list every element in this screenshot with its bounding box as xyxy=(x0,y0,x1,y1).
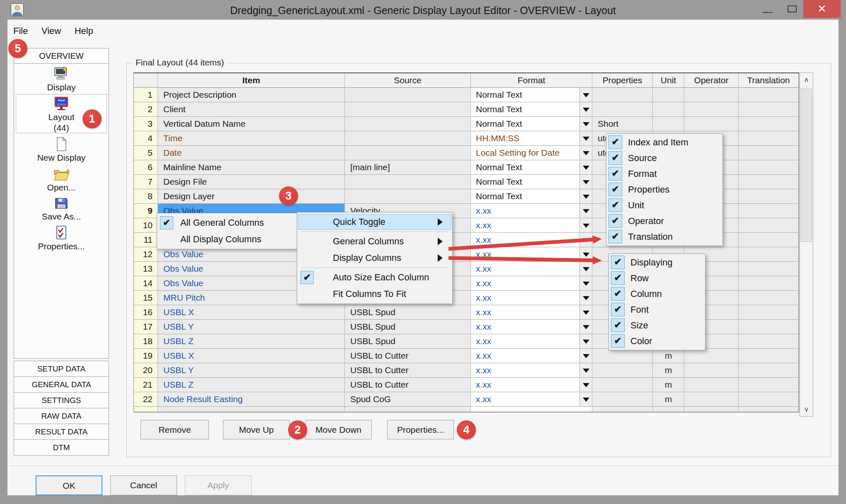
checked-checkbox[interactable]: ✔ xyxy=(611,334,625,348)
table-row[interactable]: 22Node Result EastingSpud CoGx.xxm xyxy=(134,392,799,407)
item-cell[interactable]: USBL Z xyxy=(158,378,345,392)
table-row[interactable]: 20USBL YUSBL to Cutterx.xxm xyxy=(134,363,799,378)
item-cell[interactable]: Project Description xyxy=(158,88,345,102)
sidebar-button-raw-data[interactable]: RAW DATA xyxy=(14,408,109,424)
translation-cell[interactable] xyxy=(739,262,799,276)
unit-cell[interactable] xyxy=(653,88,684,102)
item-cell[interactable]: USBL X xyxy=(158,305,345,320)
maximize-button[interactable] xyxy=(781,0,803,18)
format-cell[interactable]: x.xx xyxy=(471,363,592,378)
format-cell[interactable]: Normal Text xyxy=(471,189,592,204)
sidebar-item-properties[interactable]: Properties... xyxy=(15,225,108,251)
toggle-font[interactable]: ✔Font xyxy=(609,302,705,318)
translation-cell[interactable] xyxy=(739,363,799,378)
column-header-operator[interactable]: Operator xyxy=(684,73,739,88)
format-dropdown-button[interactable] xyxy=(579,204,592,218)
format-cell[interactable]: x.xx xyxy=(471,233,592,247)
toggle-operator[interactable]: ✔Operator xyxy=(606,213,722,229)
unit-cell[interactable] xyxy=(653,407,684,412)
sidebar-item-display[interactable]: Display xyxy=(15,66,108,92)
item-cell[interactable]: USBL Y xyxy=(158,320,345,334)
format-cell[interactable]: x.xx xyxy=(471,291,592,305)
checked-checkbox[interactable]: ✔ xyxy=(611,318,625,332)
format-dropdown-button[interactable] xyxy=(579,349,592,363)
translation-cell[interactable] xyxy=(739,349,799,363)
properties-cell[interactable] xyxy=(592,378,653,392)
properties-cell[interactable] xyxy=(592,363,653,378)
format-dropdown-button[interactable] xyxy=(579,117,592,131)
format-cell[interactable]: x.xx xyxy=(471,392,592,407)
format-dropdown-button[interactable] xyxy=(579,291,592,305)
format-dropdown-button[interactable] xyxy=(579,131,592,145)
sidebar-item-save-as[interactable]: Save As... xyxy=(15,196,108,222)
column-header-properties[interactable]: Properties xyxy=(592,73,653,88)
checked-checkbox[interactable]: ✔ xyxy=(608,167,622,181)
checked-checkbox[interactable]: ✔ xyxy=(611,287,625,301)
format-cell[interactable]: x.xx xyxy=(471,218,592,233)
format-cell[interactable]: x.xx xyxy=(471,276,592,291)
source-cell[interactable]: USBL to Cutter xyxy=(345,363,471,378)
menu-item-fit-columns-to-fit[interactable]: Fit Columns To Fit xyxy=(297,286,452,302)
operator-cell[interactable] xyxy=(684,392,739,407)
translation-cell[interactable] xyxy=(739,305,799,320)
operator-cell[interactable] xyxy=(684,102,739,117)
menu-item-auto-size-each-column[interactable]: ✔Auto Size Each Column xyxy=(297,269,452,286)
column-header-unit[interactable]: Unit xyxy=(653,73,684,88)
cancel-button[interactable]: Cancel xyxy=(110,475,177,495)
table-row[interactable]: 3Vertical Datum NameNormal TextShort xyxy=(134,117,799,131)
format-cell[interactable]: HH:MM:SS xyxy=(471,131,592,146)
item-cell[interactable]: Date xyxy=(158,146,345,160)
table-row[interactable]: 2ClientNormal Text xyxy=(134,102,799,117)
move-down-button[interactable]: Move Down xyxy=(305,420,372,439)
item-cell[interactable]: Time xyxy=(158,131,345,146)
source-cell[interactable]: USBL Spud xyxy=(345,305,471,320)
table-row[interactable]: 21USBL ZUSBL to Cutterx.xxm xyxy=(134,378,799,392)
checked-checkbox[interactable]: ✔ xyxy=(160,216,173,229)
format-cell[interactable]: x.xx xyxy=(471,334,592,349)
properties-cell[interactable] xyxy=(592,349,653,363)
table-row[interactable] xyxy=(134,407,799,412)
format-dropdown-button[interactable] xyxy=(579,218,592,232)
translation-cell[interactable] xyxy=(739,131,799,146)
checked-checkbox[interactable]: ✔ xyxy=(608,198,622,212)
toggle-format[interactable]: ✔Format xyxy=(606,166,722,182)
format-cell[interactable]: Normal Text xyxy=(471,160,592,175)
format-dropdown-button[interactable] xyxy=(579,392,592,406)
format-dropdown-button[interactable] xyxy=(579,247,592,261)
checked-checkbox[interactable]: ✔ xyxy=(608,135,622,149)
format-cell[interactable] xyxy=(471,407,592,412)
format-cell[interactable]: x.xx xyxy=(471,349,592,363)
ok-button[interactable]: OK xyxy=(36,475,102,495)
translation-cell[interactable] xyxy=(739,218,799,233)
item-cell[interactable]: USBL Z xyxy=(158,334,345,349)
source-cell[interactable] xyxy=(345,131,471,146)
source-cell[interactable] xyxy=(345,175,471,189)
format-dropdown-button[interactable] xyxy=(579,334,592,348)
translation-cell[interactable] xyxy=(739,175,799,189)
format-cell[interactable]: x.xx xyxy=(471,320,592,334)
menu-file[interactable]: File xyxy=(7,22,34,41)
toggle-source[interactable]: ✔Source xyxy=(606,150,722,166)
toggle-unit[interactable]: ✔Unit xyxy=(606,198,722,213)
column-header-source[interactable]: Source xyxy=(345,73,471,88)
properties-cell[interactable]: Short xyxy=(592,117,653,131)
format-dropdown-button[interactable] xyxy=(579,378,592,392)
format-cell[interactable]: x.xx xyxy=(471,305,592,320)
format-cell[interactable]: Normal Text xyxy=(471,88,592,102)
format-dropdown-button[interactable] xyxy=(579,102,592,116)
format-dropdown-button[interactable] xyxy=(579,262,592,276)
scrollbar-thumb[interactable] xyxy=(801,89,812,242)
translation-cell[interactable] xyxy=(739,117,799,131)
item-cell[interactable]: Vertical Datum Name xyxy=(158,117,345,131)
format-dropdown-button[interactable] xyxy=(579,363,592,377)
toggle-color[interactable]: ✔Color xyxy=(609,333,705,349)
translation-cell[interactable] xyxy=(739,146,799,160)
properties-cell[interactable] xyxy=(592,407,653,412)
unit-cell[interactable]: m xyxy=(653,363,684,378)
apply-button[interactable]: Apply xyxy=(185,475,252,495)
scroll-down-icon[interactable]: ∨ xyxy=(800,403,813,416)
format-cell[interactable]: x.xx xyxy=(471,262,592,276)
move-up-button[interactable]: Move Up xyxy=(223,420,290,439)
checked-checkbox[interactable]: ✔ xyxy=(611,271,625,285)
operator-cell[interactable] xyxy=(684,363,739,378)
